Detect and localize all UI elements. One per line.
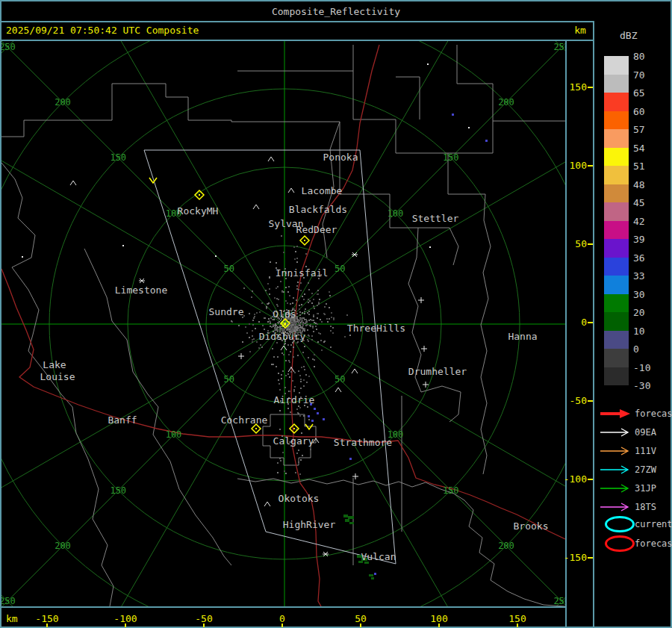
- echo-speckle: [284, 343, 285, 345]
- echo-speckle: [255, 328, 256, 329]
- green-echo-patch: [345, 519, 349, 522]
- echo-speckle: [299, 305, 300, 306]
- color-scale-title: dBZ: [620, 30, 637, 41]
- echo-speckle: [277, 286, 279, 287]
- echo-speckle: [315, 323, 317, 324]
- echo-speckle: [276, 262, 277, 264]
- echo-speckle: [304, 346, 305, 347]
- echo-speckle: [290, 320, 291, 321]
- legend-label: 27ZW: [635, 464, 656, 475]
- summit-caret-marker: [281, 346, 287, 350]
- legend-arrow-row: 09EA: [599, 426, 671, 438]
- range-ring-label: 50: [335, 264, 345, 274]
- color-swatch: [604, 276, 629, 294]
- echo-speckle: [301, 367, 302, 368]
- echo-speckle: [252, 339, 253, 341]
- legend-arrow-row: 111V: [599, 445, 671, 457]
- echo-speckle: [317, 290, 319, 291]
- echo-speckle: [277, 356, 279, 358]
- echo-speckle: [279, 383, 280, 385]
- echo-speckle: [258, 321, 260, 323]
- right-axis-label: -150: [557, 552, 587, 563]
- echo-speckle: [301, 328, 302, 329]
- bottom-axis-unit: km: [6, 613, 18, 624]
- echo-speckle: [298, 413, 299, 414]
- echo-speckle: [299, 311, 301, 313]
- echo-speckle: [269, 293, 270, 295]
- right-km-axis: 150100500-50-100-150: [567, 41, 593, 606]
- radar-application-window: Composite_Reflectivity 2025/09/21 07:50:…: [0, 0, 672, 628]
- echo-speckle: [304, 319, 305, 320]
- right-axis-tick: [588, 400, 593, 402]
- blue-dot-marker: [374, 573, 376, 575]
- city-label: ThreeHills: [347, 323, 405, 334]
- color-scale-label: 0: [633, 343, 668, 355]
- echo-speckle: [264, 329, 265, 330]
- blue-dot-marker: [452, 114, 454, 116]
- right-axis-label: -50: [557, 395, 587, 406]
- echo-speckle: [323, 313, 325, 314]
- color-swatch: [604, 56, 629, 75]
- bottom-axis-label: 0: [260, 613, 305, 624]
- echo-speckle: [285, 360, 287, 361]
- echo-speckle: [306, 382, 308, 383]
- city-label: Olds: [273, 308, 296, 320]
- echo-speckle: [296, 246, 298, 247]
- echo-speckle: [313, 299, 314, 300]
- bottom-axis-tick: [438, 624, 440, 627]
- echo-speckle: [293, 346, 294, 348]
- range-ring-label: 150: [110, 485, 126, 496]
- echo-speckle: [308, 311, 310, 312]
- city-label: Airdrie: [274, 394, 315, 405]
- echo-speckle: [296, 313, 298, 314]
- green-echo-patch: [369, 574, 373, 576]
- city-label: Didsbury: [259, 331, 306, 342]
- range-ring-label: 50: [224, 374, 234, 385]
- summit-caret-marker: [264, 502, 270, 506]
- echo-speckle: [317, 293, 318, 295]
- echo-speckle: [289, 391, 290, 392]
- echo-speckle: [318, 303, 320, 305]
- echo-speckle: [277, 305, 279, 307]
- radar-map-canvas[interactable]: 5050505010010010010015015015015020020020…: [1, 41, 565, 606]
- echo-speckle: [301, 304, 302, 305]
- echo-speckle: [292, 302, 293, 304]
- legend-arrow-row: 27ZW: [599, 464, 671, 476]
- echo-speckle: [294, 386, 296, 388]
- echo-speckle: [317, 313, 318, 314]
- echo-speckle: [279, 389, 281, 391]
- echo-speckle: [262, 325, 264, 326]
- echo-speckle: [254, 316, 255, 317]
- echo-speckle: [275, 325, 276, 326]
- legend-label: forecast: [635, 538, 672, 549]
- blue-dot-marker: [485, 140, 488, 142]
- echo-speckle: [308, 341, 309, 342]
- echo-speckle: [292, 342, 293, 343]
- echo-speckle: [329, 295, 331, 296]
- echo-speckle: [277, 326, 279, 328]
- echo-speckle: [331, 317, 332, 318]
- echo-speckle: [299, 415, 301, 417]
- color-swatch: [604, 93, 629, 111]
- range-ring-label: 100: [388, 208, 404, 219]
- right-axis-label: 50: [557, 238, 587, 249]
- color-swatch: [604, 367, 629, 385]
- color-swatch: [604, 202, 629, 221]
- echo-speckle: [287, 373, 289, 375]
- echo-speckle: [273, 364, 274, 365]
- legend-arrow-row: 18TS: [599, 501, 671, 513]
- echo-speckle: [313, 316, 314, 317]
- echo-speckle: [245, 326, 246, 328]
- station-diamond-center: [304, 240, 305, 241]
- dot-marker: [122, 245, 124, 246]
- echo-speckle: [308, 299, 309, 300]
- station-diamond-center: [293, 428, 295, 429]
- echo-speckle: [268, 318, 270, 320]
- echo-speckle: [269, 277, 270, 279]
- echo-speckle: [249, 351, 251, 352]
- echo-speckle: [313, 320, 314, 321]
- summit-caret-marker: [352, 369, 358, 373]
- legend-label: forecast: [635, 408, 672, 419]
- echo-speckle: [305, 319, 307, 320]
- city-label: Brooks: [514, 520, 549, 532]
